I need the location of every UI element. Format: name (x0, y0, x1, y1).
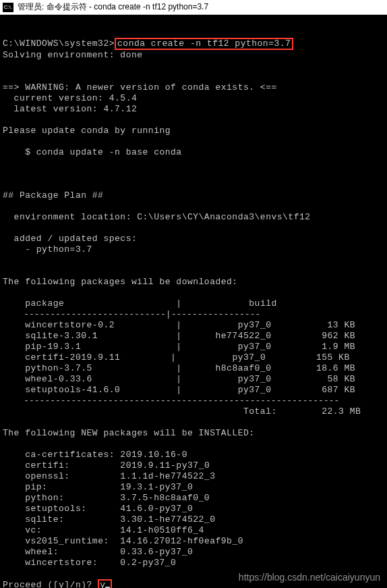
table-divider: ---------------------------|------------… (3, 309, 260, 319)
table-row: certifi-2019.9.11 | py37_0 155 KB (3, 352, 350, 363)
table-header-row: package | build (3, 298, 277, 309)
highlighted-command: conda create -n tf12 python=3.7 (115, 38, 293, 50)
window-title: 管理员: 命令提示符 - conda create -n tf12 python… (18, 1, 208, 13)
window-titlebar: C:\. 管理员: 命令提示符 - conda create -n tf12 p… (0, 0, 387, 15)
table-row: python-3.7.5 | h8c8aaf0_0 18.6 MB (3, 363, 355, 373)
list-item: openssl: 1.1.1d-he774522_3 (3, 471, 215, 481)
solving-line: Solving environment: done (3, 50, 143, 60)
list-item: wheel: 0.33.6-py37_0 (3, 547, 193, 557)
highlighted-answer[interactable]: y (98, 579, 112, 588)
terminal-output[interactable]: C:\WINDOWS\system32>conda create -n tf12… (0, 15, 387, 588)
list-item: python: 3.7.5-h8c8aaf0_0 (3, 493, 210, 503)
list-item: pip: 19.3.1-py37_0 (3, 482, 193, 492)
list-item: vc: 14.1-h0510ff6_4 (3, 525, 204, 535)
table-row: wincertstore-0.2 | py37_0 13 KB (3, 320, 355, 330)
install-header: The following NEW packages will be INSTA… (3, 428, 255, 438)
blank-line (3, 27, 8, 37)
update-cmd: $ conda update -n base conda (3, 147, 182, 157)
list-item: certifi: 2019.9.11-py37_0 (3, 460, 210, 471)
warning-current: current version: 4.5.4 (3, 93, 137, 103)
watermark: https://blog.csdn.net/caicaiyunyun (239, 572, 380, 583)
warning-latest: latest version: 4.7.12 (3, 104, 137, 114)
env-location: environment location: C:\Users\CY\Anacon… (3, 212, 311, 222)
plan-header: ## Package Plan ## (3, 190, 103, 201)
list-item: ca-certificates: 2019.10.16-0 (3, 450, 187, 460)
table-row: setuptools-41.6.0 | py37_0 687 KB (3, 385, 355, 395)
table-row: pip-19.3.1 | py37_0 1.9 MB (3, 342, 355, 352)
update-msg: Please update conda by running (3, 126, 171, 136)
warning-line: ==> WARNING: A newer version of conda ex… (3, 82, 277, 92)
added-specs: added / updated specs: (3, 234, 137, 244)
download-header: The following packages will be downloade… (3, 277, 238, 287)
table-row: wheel-0.33.6 | py37_0 58 KB (3, 374, 355, 384)
proceed-prompt: Proceed ([y]/n)? (3, 580, 98, 588)
list-item: setuptools: 41.6.0-py37_0 (3, 504, 193, 514)
table-row: sqlite-3.30.1 | he774522_0 962 KB (3, 331, 355, 341)
table-divider: ----------------------------------------… (3, 396, 339, 406)
list-item: wincertstore: 0.2-py37_0 (3, 558, 176, 568)
list-item: sqlite: 3.30.1-he774522_0 (3, 514, 215, 525)
spec-python: - python=3.7 (3, 244, 92, 255)
table-total: Total: 22.3 MB (3, 406, 361, 417)
list-item: vs2015_runtime: 14.16.27012-hf0eaf9b_0 (3, 536, 243, 546)
cmd-icon: C:\. (3, 3, 13, 12)
prompt-path: C:\WINDOWS\system32> (3, 38, 115, 49)
